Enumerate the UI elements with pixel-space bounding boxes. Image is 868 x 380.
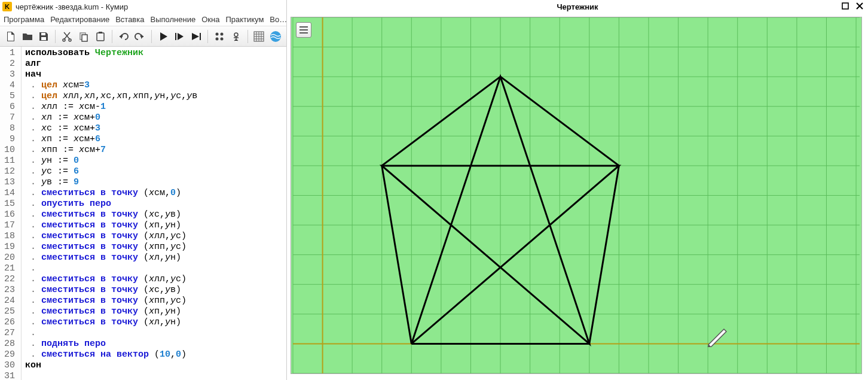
menu-windows[interactable]: Окна xyxy=(201,15,219,24)
menu-bar: Программа Редактирование Вставка Выполне… xyxy=(0,13,286,26)
code-editor[interactable]: 1234567891011121314151617181920212223242… xyxy=(0,47,286,380)
svg-point-10 xyxy=(220,32,223,35)
app-title: чертёжник -звезда.kum - Кумир xyxy=(16,2,128,11)
right-panel: Чертежник xyxy=(287,0,868,380)
redo-icon[interactable] xyxy=(133,29,147,44)
open-file-icon[interactable] xyxy=(20,29,35,44)
left-panel: K чертёжник -звезда.kum - Кумир Программ… xyxy=(0,0,287,380)
save-file-icon[interactable] xyxy=(37,29,51,44)
line-gutter: 1234567891011121314151617181920212223242… xyxy=(0,47,22,380)
menu-insert[interactable]: Вставка xyxy=(115,15,144,24)
app-icon: K xyxy=(2,2,12,11)
paste-icon[interactable] xyxy=(93,29,108,44)
menu-edit[interactable]: Редактирование xyxy=(50,15,109,24)
robot-icon[interactable] xyxy=(229,29,243,44)
title-bar: K чертёжник -звезда.kum - Кумир xyxy=(0,0,286,13)
toolbar-separator xyxy=(207,30,208,43)
menu-program[interactable]: Программа xyxy=(4,15,44,24)
menu-more[interactable]: Во… xyxy=(270,15,286,24)
menu-run[interactable]: Выполнение xyxy=(150,15,195,24)
module-icon[interactable] xyxy=(212,29,227,44)
undo-icon[interactable] xyxy=(116,29,130,44)
svg-rect-0 xyxy=(41,33,45,35)
toolbar xyxy=(0,26,286,47)
canvas-title-bar: Чертежник xyxy=(287,0,868,13)
svg-rect-6 xyxy=(97,33,104,41)
maximize-icon[interactable] xyxy=(841,1,850,11)
new-file-icon[interactable] xyxy=(4,29,18,44)
wave-icon[interactable] xyxy=(268,29,283,44)
toolbar-separator xyxy=(151,30,152,43)
stop-icon[interactable] xyxy=(189,29,203,44)
toolbar-separator xyxy=(247,30,248,43)
svg-rect-5 xyxy=(82,35,87,41)
cut-icon[interactable] xyxy=(60,29,74,44)
svg-rect-16 xyxy=(842,3,848,9)
svg-point-3 xyxy=(69,39,71,41)
copy-icon[interactable] xyxy=(77,29,91,44)
grid-svg xyxy=(291,17,861,373)
run-icon[interactable] xyxy=(156,29,170,44)
drawing-canvas[interactable] xyxy=(291,17,862,374)
close-icon[interactable] xyxy=(855,1,864,11)
svg-rect-1 xyxy=(41,37,46,40)
toolbar-separator xyxy=(112,30,112,43)
menu-practicum[interactable]: Практикум xyxy=(225,15,264,24)
svg-point-15 xyxy=(270,31,281,42)
code-area[interactable]: использовать Чертежникалгнач . цел xсм=3… xyxy=(22,47,201,380)
canvas-menu-button[interactable] xyxy=(296,22,311,38)
svg-point-2 xyxy=(63,39,65,41)
svg-point-12 xyxy=(220,37,223,40)
svg-rect-7 xyxy=(99,32,102,34)
step-icon[interactable] xyxy=(173,29,187,44)
toolbar-separator xyxy=(55,30,56,43)
canvas-title: Чертежник xyxy=(557,2,598,11)
grid-icon[interactable] xyxy=(252,29,266,44)
svg-point-11 xyxy=(215,37,218,40)
svg-point-13 xyxy=(234,33,238,37)
svg-point-9 xyxy=(215,32,218,35)
svg-rect-8 xyxy=(175,33,176,40)
